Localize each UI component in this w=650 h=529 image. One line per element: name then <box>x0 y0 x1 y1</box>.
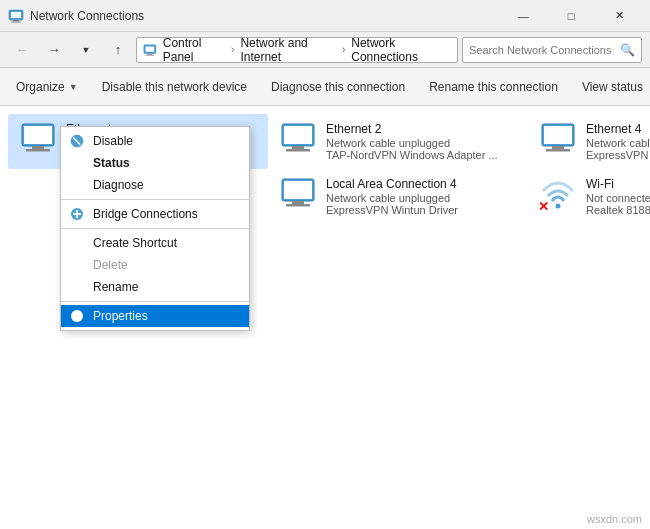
maximize-button[interactable]: □ <box>548 0 594 32</box>
network-name: Ethernet 2 <box>326 122 518 136</box>
ctx-sep-2 <box>61 228 249 229</box>
network-driver: ExpressVPN Wintun Driver <box>326 204 518 216</box>
svg-rect-2 <box>13 20 19 22</box>
title-bar-controls: — □ ✕ <box>500 0 642 32</box>
title-bar-icon <box>8 8 24 24</box>
network-info: Ethernet 2 Network cable unplugged TAP-N… <box>326 122 518 161</box>
context-menu: Disable Status Diagnose Bridge Connectio… <box>60 126 250 331</box>
network-info: Local Area Connection 4 Network cable un… <box>326 177 518 216</box>
network-status: Network cable unplugged <box>326 137 518 149</box>
svg-rect-6 <box>147 53 152 54</box>
organize-chevron: ▼ <box>69 82 78 92</box>
svg-rect-22 <box>292 201 304 204</box>
network-status: Network cable <box>586 137 650 149</box>
up-button[interactable]: ↑ <box>104 36 132 64</box>
ctx-rename[interactable]: Rename <box>61 276 249 298</box>
search-input[interactable] <box>469 44 620 56</box>
network-info: Ethernet 4 Network cable ExpressVPN TA <box>586 122 650 161</box>
computer-icon <box>278 122 318 158</box>
toolbar: Organize ▼ Disable this network device D… <box>0 68 650 106</box>
view-status-button[interactable]: View status <box>572 72 650 102</box>
svg-rect-10 <box>32 146 44 149</box>
svg-rect-32 <box>76 312 78 314</box>
ctx-sep-1 <box>61 199 249 200</box>
svg-rect-23 <box>286 204 310 207</box>
svg-rect-3 <box>11 21 21 22</box>
network-driver: Realtek 8188GU <box>586 204 650 216</box>
svg-rect-15 <box>286 149 310 152</box>
diagnose-button[interactable]: Diagnose this connection <box>261 72 415 102</box>
svg-rect-7 <box>146 54 155 55</box>
bridge-icon <box>69 206 85 222</box>
ctx-disable[interactable]: Disable <box>61 130 249 152</box>
network-icon-wrapper <box>538 122 578 158</box>
address-network-internet[interactable]: Network and Internet <box>238 35 338 65</box>
address-network-connections[interactable]: Network Connections <box>349 35 451 65</box>
network-item[interactable]: Ethernet 2 Network cable unplugged TAP-N… <box>268 114 528 169</box>
address-bar: Control Panel › Network and Internet › N… <box>136 37 458 63</box>
network-status: Not connected <box>586 192 650 204</box>
ctx-sep-3 <box>61 301 249 302</box>
wifi-signal-icon: ✕ <box>538 177 578 213</box>
svg-rect-9 <box>24 126 52 144</box>
ctx-create-shortcut[interactable]: Create Shortcut <box>61 232 249 254</box>
ctx-delete: Delete <box>61 254 249 276</box>
network-icon-wrapper <box>278 122 318 158</box>
svg-rect-21 <box>284 181 312 199</box>
properties-icon <box>69 308 85 324</box>
recent-button[interactable]: ▼ <box>72 36 100 64</box>
ctx-diagnose[interactable]: Diagnose <box>61 174 249 196</box>
disable-network-button[interactable]: Disable this network device <box>92 72 257 102</box>
network-icon-wrapper <box>18 122 58 158</box>
network-item[interactable]: ✕ Wi-Fi Not connected Realtek 8188GU <box>528 169 650 224</box>
network-item[interactable]: Local Area Connection 4 Network cable un… <box>268 169 528 224</box>
svg-point-24 <box>556 204 561 209</box>
network-icon-wrapper <box>278 177 318 213</box>
network-name: Ethernet 4 <box>586 122 650 136</box>
network-driver: TAP-NordVPN Windows Adapter ... <box>326 149 518 161</box>
back-button[interactable]: ← <box>8 36 36 64</box>
network-name: Wi-Fi <box>586 177 650 191</box>
network-status: Network cable unplugged <box>326 192 518 204</box>
network-info: Wi-Fi Not connected Realtek 8188GU <box>586 177 650 216</box>
computer-icon <box>18 122 58 158</box>
svg-rect-19 <box>546 149 570 152</box>
main-content: Ethernet Ethernet 2 Network cable unplug… <box>0 106 650 529</box>
close-button[interactable]: ✕ <box>596 0 642 32</box>
svg-rect-14 <box>292 146 304 149</box>
computer-icon <box>278 177 318 213</box>
minimize-button[interactable]: — <box>500 0 546 32</box>
network-name: Local Area Connection 4 <box>326 177 518 191</box>
network-item[interactable]: Ethernet 4 Network cable ExpressVPN TA <box>528 114 650 169</box>
search-bar: 🔍 <box>462 37 642 63</box>
network-icon-wrapper: ✕ <box>538 177 578 213</box>
nav-bar: ← → ▼ ↑ Control Panel › Network and Inte… <box>0 32 650 68</box>
svg-text:✕: ✕ <box>538 199 549 213</box>
address-control-panel[interactable]: Control Panel <box>161 35 227 65</box>
watermark: wsxdn.com <box>587 513 642 525</box>
address-bar-icon <box>143 42 157 58</box>
ctx-bridge[interactable]: Bridge Connections <box>61 203 249 225</box>
svg-rect-33 <box>76 315 78 320</box>
svg-rect-17 <box>544 126 572 144</box>
ctx-properties[interactable]: Properties <box>61 305 249 327</box>
title-bar: Network Connections — □ ✕ <box>0 0 650 32</box>
ctx-status[interactable]: Status <box>61 152 249 174</box>
svg-rect-30 <box>76 210 78 218</box>
svg-rect-5 <box>146 46 155 51</box>
rename-connection-button[interactable]: Rename this connection <box>419 72 568 102</box>
forward-button[interactable]: → <box>40 36 68 64</box>
network-driver: ExpressVPN TA <box>586 149 650 161</box>
title-bar-title: Network Connections <box>30 9 144 23</box>
organize-button[interactable]: Organize ▼ <box>6 72 88 102</box>
svg-rect-11 <box>26 149 50 152</box>
svg-rect-18 <box>552 146 564 149</box>
search-icon: 🔍 <box>620 43 635 57</box>
svg-rect-13 <box>284 126 312 144</box>
disable-icon <box>69 133 85 149</box>
svg-rect-1 <box>11 12 21 18</box>
computer-icon <box>538 122 578 158</box>
